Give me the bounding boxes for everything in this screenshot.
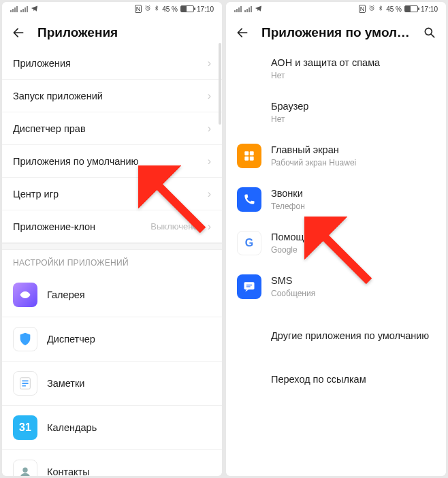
sms-icon [237, 274, 261, 299]
google-icon: G [237, 231, 261, 255]
alarm-icon [368, 5, 375, 13]
svg-rect-7 [244, 157, 249, 161]
row-app-twin[interactable]: Приложение-клон Выключено › [2, 210, 222, 243]
svg-point-2 [22, 468, 27, 473]
chevron-right-icon: › [208, 57, 211, 69]
row-label: Помощник [271, 231, 435, 243]
phone-right: N 45 % 17:10 Приложения по умолча... АОН… [226, 2, 446, 476]
row-label: Приложения [13, 58, 198, 69]
row-label: АОН и защита от спама [271, 57, 435, 69]
nfc-icon: N [359, 5, 366, 13]
telegram-icon [255, 5, 262, 14]
row-game-center[interactable]: Центр игр › [2, 178, 222, 210]
battery-icon [180, 5, 194, 12]
page-title: Приложения по умолча... [261, 25, 411, 40]
contacts-icon [13, 460, 37, 476]
row-label: SMS [271, 274, 435, 287]
row-label: Главный экран [271, 144, 435, 156]
row-sub: Сообщения [271, 289, 435, 299]
row-label: Переход по ссылкам [271, 374, 435, 385]
gallery-icon [13, 283, 37, 307]
row-open-links[interactable]: Переход по ссылкам [226, 357, 446, 401]
app-row-gallery[interactable]: Галерея [2, 273, 222, 317]
settings-list: Приложения › Запуск приложений › Диспетч… [2, 47, 222, 476]
row-label: Браузер [271, 100, 435, 112]
row-label: Другие приложения по умолчанию [271, 330, 435, 341]
row-calls[interactable]: Звонки Телефон [226, 178, 446, 221]
signal-icon [234, 6, 242, 12]
clock-time: 17:10 [197, 5, 214, 13]
nfc-icon: N [135, 5, 142, 13]
row-permissions[interactable]: Диспетчер прав › [2, 112, 222, 145]
section-header: НАСТРОЙКИ ПРИЛОЖЕНИЙ [2, 250, 222, 273]
chevron-right-icon: › [208, 90, 211, 102]
icon-placeholder [237, 367, 261, 392]
row-label: Звонки [271, 187, 435, 200]
row-label: Календарь [47, 422, 211, 433]
svg-rect-8 [250, 157, 254, 161]
row-sms[interactable]: SMS Сообщения [226, 265, 446, 308]
row-label: Контакты [47, 466, 211, 476]
phone-left: N 45 % 17:10 Приложения Приложения › Зап… [2, 2, 222, 476]
status-bar: N 45 % 17:10 [2, 2, 222, 16]
default-apps-list: АОН и защита от спама Нет Браузер Нет Гл… [226, 47, 446, 476]
telegram-icon [31, 5, 38, 14]
back-icon[interactable] [236, 26, 249, 39]
row-assistant[interactable]: G Помощник Google [226, 221, 446, 265]
app-row-notes[interactable]: Заметки [2, 362, 222, 406]
row-default-apps[interactable]: Приложения по умолчанию › [2, 145, 222, 178]
row-label: Приложения по умолчанию [13, 156, 198, 167]
app-row-calendar[interactable]: 31 Календарь [2, 406, 222, 450]
chevron-right-icon: › [208, 221, 211, 233]
svg-point-4 [425, 28, 432, 35]
clock-time: 17:10 [421, 5, 438, 13]
section-divider [2, 243, 222, 250]
header: Приложения [2, 16, 222, 47]
battery-pct: 45 % [386, 5, 402, 13]
home-icon [237, 144, 261, 168]
scrollbar[interactable] [219, 43, 221, 125]
row-sub: Телефон [271, 202, 435, 212]
row-sub: Нет [271, 114, 435, 125]
row-caller-id[interactable]: АОН и защита от спама Нет [226, 47, 446, 91]
bluetooth-icon [154, 5, 159, 13]
app-row-dispatcher[interactable]: Диспетчер [2, 317, 222, 362]
search-icon[interactable] [423, 26, 436, 39]
row-home[interactable]: Главный экран Рабочий экран Huawei [226, 134, 446, 178]
row-label: Галерея [47, 289, 211, 300]
header: Приложения по умолча... [226, 16, 446, 47]
alarm-icon [144, 5, 151, 13]
signal-icon-2 [20, 6, 28, 12]
calendar-icon: 31 [13, 415, 37, 440]
row-value: Выключено [150, 221, 197, 232]
row-other-defaults[interactable]: Другие приложения по умолчанию [226, 308, 446, 357]
row-label: Диспетчер прав [13, 123, 198, 134]
icon-placeholder [237, 57, 261, 81]
notes-icon [13, 371, 37, 396]
row-browser[interactable]: Браузер Нет [226, 91, 446, 134]
signal-icon [10, 6, 18, 12]
row-label: Приложение-клон [13, 221, 141, 232]
svg-rect-6 [250, 151, 254, 155]
battery-pct: 45 % [162, 5, 178, 13]
signal-icon-2 [244, 6, 252, 12]
svg-rect-9 [244, 282, 255, 289]
row-label: Диспетчер [47, 334, 211, 345]
back-icon[interactable] [12, 26, 25, 39]
shield-icon [13, 327, 37, 351]
row-label: Запуск приложений [13, 91, 198, 101]
row-sub: Рабочий экран Huawei [271, 158, 435, 168]
phone-icon [237, 187, 261, 212]
row-app-launch[interactable]: Запуск приложений › [2, 80, 222, 112]
row-apps[interactable]: Приложения › [2, 47, 222, 80]
app-row-contacts[interactable]: Контакты [2, 450, 222, 476]
icon-placeholder [237, 323, 261, 348]
row-sub: Нет [271, 71, 435, 81]
svg-rect-5 [244, 151, 249, 155]
bluetooth-icon [378, 5, 383, 13]
row-label: Центр игр [13, 189, 198, 200]
page-title: Приложения [37, 25, 212, 40]
battery-icon [404, 5, 418, 12]
row-label: Заметки [47, 378, 211, 389]
icon-placeholder [237, 100, 261, 125]
